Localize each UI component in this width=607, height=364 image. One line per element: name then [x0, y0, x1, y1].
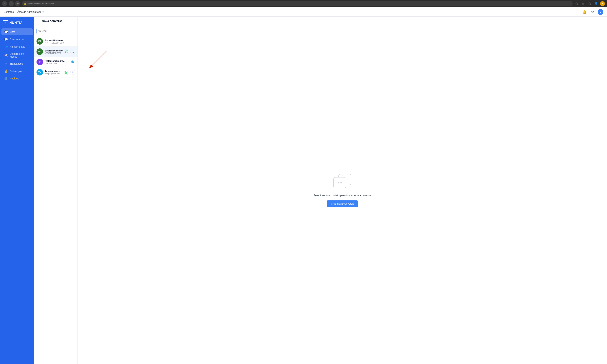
- sidebar-item-disparos[interactable]: 📢 Disparos em Massa: [1, 51, 33, 60]
- sidebar-label-chat-interno: Chat interno: [10, 38, 24, 41]
- avatar-3: P: [37, 59, 43, 65]
- contact-item-2[interactable]: EP Esdras Pinheiro +55(61)9457-7000: [34, 47, 78, 57]
- url-bar[interactable]: 🔒 app.nuntia.com.br/tickets/chat: [22, 1, 573, 6]
- star-icon[interactable]: ☆: [581, 1, 586, 6]
- search-box: 🔍: [34, 26, 78, 36]
- pedidos-icon: 🛒: [4, 77, 8, 80]
- disparos-icon: 📢: [4, 54, 8, 57]
- contact-item-4[interactable]: TN Teste numero esd... +55(99)9161-5147: [34, 67, 78, 78]
- panel-header: ← Nova conversa: [34, 17, 78, 26]
- chat-interno-icon: 💬: [4, 38, 8, 41]
- atendimentos-icon: 👥: [4, 45, 8, 48]
- cobrancas-icon: 💰: [4, 69, 8, 73]
- chat-dot-2: [340, 182, 342, 183]
- sidebar-label-cobrancas: Cobranças: [10, 70, 22, 73]
- contact-info-3: [Telegram]Esdra... (35)780-2983: [45, 60, 70, 65]
- phone-button-4[interactable]: [70, 70, 75, 75]
- sidebar-label-disparos: Disparos em Massa: [10, 52, 30, 58]
- main-content: N NUNTIA 💬 Chat 💬 Chat interno 👥 Atendim…: [0, 17, 607, 364]
- back-button[interactable]: ‹: [2, 1, 7, 6]
- create-conversation-button[interactable]: Criar nova conversa: [327, 200, 358, 207]
- whatsapp-button-4[interactable]: [64, 70, 69, 75]
- phone-button-2[interactable]: [70, 49, 75, 54]
- logo-text: NUNTIA: [9, 21, 23, 25]
- contact-name-3: [Telegram]Esdra...: [45, 60, 70, 62]
- contact-list: EP Esdras Pinheiro (67)4451255564-0045 E…: [34, 36, 78, 78]
- transacoes-icon: ≡: [4, 62, 8, 65]
- extensions-icon[interactable]: ⬡: [587, 1, 592, 6]
- cast-icon[interactable]: ⬡: [574, 1, 579, 6]
- url-lock-icon: 🔒: [24, 2, 26, 5]
- url-text: app.nuntia.com.br/tickets/chat: [27, 2, 54, 5]
- chat-icon: 💬: [4, 30, 8, 34]
- nav-area-admin[interactable]: Área do Administrador ▾: [17, 11, 44, 13]
- gear-icon[interactable]: ⚙: [590, 9, 595, 15]
- search-input[interactable]: [37, 28, 75, 34]
- empty-chat-icon: [333, 174, 351, 190]
- contact-actions-4: [64, 70, 75, 75]
- sidebar-item-pedidos[interactable]: 🛒 Pedidos: [1, 75, 33, 82]
- empty-state-text: Selecione um contato para iniciar uma co…: [313, 194, 371, 197]
- contact-item-3[interactable]: P [Telegram]Esdra... (35)780-2983: [34, 57, 78, 67]
- contact-phone-3: (35)780-2983: [45, 62, 70, 65]
- search-icon: 🔍: [38, 30, 41, 32]
- chat-dots: [338, 182, 342, 183]
- whatsapp-button-2[interactable]: [64, 49, 69, 54]
- sidebar-label-transacoes: Transações: [10, 62, 23, 65]
- contact-info-4: Teste numero esd... +55(99)9161-5147: [45, 70, 64, 75]
- avatar-1: EP: [37, 38, 43, 45]
- back-button[interactable]: ←: [37, 20, 40, 23]
- search-input-wrapper: 🔍: [37, 28, 75, 34]
- sidebar-item-atendimentos[interactable]: 👥 Atendimentos: [1, 43, 33, 50]
- avatar-2: EP: [37, 48, 43, 55]
- user-avatar[interactable]: E: [598, 9, 603, 15]
- telegram-button-3[interactable]: [70, 59, 75, 65]
- top-nav-actions: 🔔 ⚙ E: [582, 9, 603, 15]
- contact-phone-1: (67)4451255564-0045: [45, 42, 75, 44]
- main-empty-state: Selecione um contato para iniciar uma co…: [78, 17, 607, 364]
- sidebar-item-transacoes[interactable]: ≡ Transações: [1, 60, 33, 67]
- forward-button[interactable]: ›: [9, 1, 14, 6]
- chat-bubble-front: [333, 177, 346, 188]
- sidebar-item-cobrancas[interactable]: 💰 Cobranças: [1, 67, 33, 75]
- nav-links: Contatos Área do Administrador ▾: [4, 11, 577, 13]
- sidebar-label-atendimentos: Atendimentos: [10, 45, 25, 48]
- nav-contatos[interactable]: Contatos: [4, 11, 14, 13]
- contact-actions-3: [70, 59, 75, 65]
- contact-phone-2: +55(61)9457-7000: [45, 52, 64, 54]
- browser-actions: ⬡ ☆ ⬡ 👤 1: [574, 1, 605, 6]
- sidebar-item-chat-interno[interactable]: 💬 Chat interno: [1, 36, 33, 43]
- app-container: Contatos Área do Administrador ▾ 🔔 ⚙ E N…: [0, 7, 607, 364]
- nova-conversa-panel: ← Nova conversa 🔍 EP Esdras Pin: [34, 17, 78, 364]
- bell-icon[interactable]: 🔔: [582, 9, 587, 15]
- contact-phone-4: +55(99)9161-5147: [45, 73, 64, 75]
- profile-icon[interactable]: 👤: [594, 1, 599, 6]
- contact-info-1: Esdras Pinheiro (67)4451255564-0045: [45, 39, 75, 44]
- contact-item-1[interactable]: EP Esdras Pinheiro (67)4451255564-0045: [34, 36, 78, 47]
- chevron-down-icon: ▾: [43, 11, 44, 13]
- contact-actions-2: [64, 49, 75, 54]
- sidebar-item-chat[interactable]: 💬 Chat: [1, 28, 33, 35]
- contact-name-1: Esdras Pinheiro: [45, 39, 75, 42]
- contact-name-2: Esdras Pinheiro: [45, 49, 64, 52]
- sidebar-label-pedidos: Pedidos: [10, 77, 19, 80]
- sidebar-logo: N NUNTIA: [0, 19, 34, 28]
- browser-user-avatar[interactable]: 1: [600, 1, 605, 6]
- refresh-button[interactable]: ↻: [15, 1, 20, 6]
- sidebar: N NUNTIA 💬 Chat 💬 Chat interno 👥 Atendim…: [0, 17, 34, 364]
- chat-dot-1: [338, 182, 339, 183]
- content-area: ← Nova conversa 🔍 EP Esdras Pin: [34, 17, 607, 364]
- browser-bar: ‹ › ↻ 🔒 app.nuntia.com.br/tickets/chat ⬡…: [0, 0, 607, 7]
- top-nav: Contatos Área do Administrador ▾ 🔔 ⚙ E: [0, 7, 607, 17]
- contact-info-2: Esdras Pinheiro +55(61)9457-7000: [45, 49, 64, 54]
- avatar-4: TN: [37, 69, 43, 76]
- sidebar-label-chat: Chat: [10, 30, 15, 33]
- contact-name-4: Teste numero esd...: [45, 70, 64, 73]
- panel-title: Nova conversa: [42, 20, 63, 23]
- logo-icon: N: [3, 20, 8, 25]
